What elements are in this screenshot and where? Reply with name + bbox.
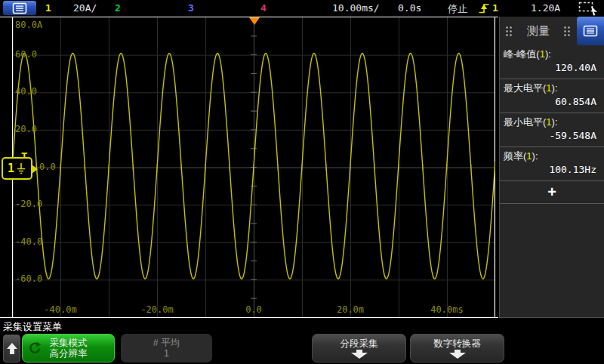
digitizer-button[interactable]: 数字转换器 xyxy=(410,334,504,362)
y-axis-label: -20.0 xyxy=(15,199,42,209)
delay-readout[interactable]: 0.0s xyxy=(398,2,421,14)
x-axis-label: 20.0m xyxy=(326,304,374,315)
top-status-bar: 1 20A/ 2 3 4 10.00ms/ 0.0s 停止 1 1.20A xyxy=(0,0,604,17)
x-axis-label: -40.0m xyxy=(36,304,85,315)
measurement-value: -59.548A xyxy=(504,128,599,143)
channel-1-marker-label: 1 xyxy=(8,162,14,175)
y-axis-label: 20.0 xyxy=(15,124,37,134)
zoom-select-icon[interactable] xyxy=(578,1,599,16)
measurement-row-maximum: 最大电平(1): 60.854A xyxy=(500,79,604,113)
down-arrow-icon xyxy=(351,350,368,359)
waveform-display-area: T 1 80.0A60.040.020.00.0-20.0-40.0-60.0 … xyxy=(0,17,498,318)
measurement-menu-button[interactable] xyxy=(577,17,604,45)
channel-1-button[interactable]: 1 xyxy=(45,2,51,14)
average-count-button[interactable]: # 平均 1 xyxy=(121,334,212,362)
measurement-panel-header: 测量 xyxy=(500,17,604,45)
timebase-readout[interactable]: 10.00ms/ xyxy=(332,2,380,14)
run-state-readout[interactable]: 停止 xyxy=(448,2,467,16)
y-axis-label: 80.0A xyxy=(15,20,42,30)
drag-grip-icon[interactable] xyxy=(563,26,571,36)
channel-2-button[interactable]: 2 xyxy=(115,2,121,14)
segmented-acquire-button[interactable]: 分段采集 xyxy=(312,334,406,362)
trigger-source-readout[interactable]: 1 xyxy=(492,2,498,14)
oscilloscope-screen: 1 20A/ 2 3 4 10.00ms/ 0.0s 停止 1 1.20A T … xyxy=(0,0,604,364)
trigger-level-readout[interactable]: 1.20A xyxy=(531,2,560,14)
ground-icon xyxy=(16,162,26,175)
x-axis-label: 40.0ms xyxy=(423,304,471,315)
measurement-row-peak-to-peak: 峰-峰值(1): 120.40A xyxy=(500,45,604,79)
menu-title: 采集设置菜单 xyxy=(3,320,62,334)
acquire-mode-button[interactable]: 采集模式 高分辨率 xyxy=(22,334,115,362)
list-menu-icon xyxy=(583,25,598,37)
y-axis-label: -60.0 xyxy=(15,273,42,284)
measurement-value: 60.854A xyxy=(504,94,599,109)
main-menu-button[interactable] xyxy=(3,1,36,15)
y-axis-label: -40.0 xyxy=(15,236,42,247)
measurement-panel: 测量 峰-峰值(1): 120.40A 最大电平(1): 60.854A 最小电… xyxy=(499,17,604,318)
channel-1-marker-arrow-icon xyxy=(32,165,38,174)
measurement-value: 100.13Hz xyxy=(504,162,599,177)
x-axis-label: -20.0m xyxy=(133,304,181,315)
trigger-time-marker-icon[interactable] xyxy=(249,17,260,25)
down-arrow-icon xyxy=(449,350,466,359)
list-menu-icon xyxy=(12,2,27,14)
channel-1-ground-marker[interactable]: 1 xyxy=(2,157,32,180)
channel-1-scale[interactable]: 20A/ xyxy=(73,2,97,14)
channel-4-button[interactable]: 4 xyxy=(260,2,267,14)
channel-3-button[interactable]: 3 xyxy=(188,2,194,14)
x-axis-label: 0.0 xyxy=(230,304,278,315)
measurement-value: 120.40A xyxy=(504,60,599,75)
trigger-slope-icon[interactable] xyxy=(478,2,490,15)
menu-back-button[interactable] xyxy=(3,335,20,362)
softkey-menu-bar: 采集设置菜单 采集模式 高分辨率 # 平均 1 分段采集 数字转换器 xyxy=(0,319,604,364)
y-axis-label: 60.0 xyxy=(15,49,37,60)
add-measurement-button[interactable]: + xyxy=(500,181,604,204)
graticule-and-waveform xyxy=(12,17,495,317)
cycle-icon xyxy=(28,341,42,355)
measurement-row-frequency: 频率(1): 100.13Hz xyxy=(500,147,604,181)
y-axis-label: 40.0 xyxy=(15,86,37,97)
measurement-row-minimum: 最小电平(1): -59.548A xyxy=(500,113,604,147)
up-arrow-icon xyxy=(7,343,17,354)
y-axis-label: 0.0 xyxy=(39,162,56,172)
